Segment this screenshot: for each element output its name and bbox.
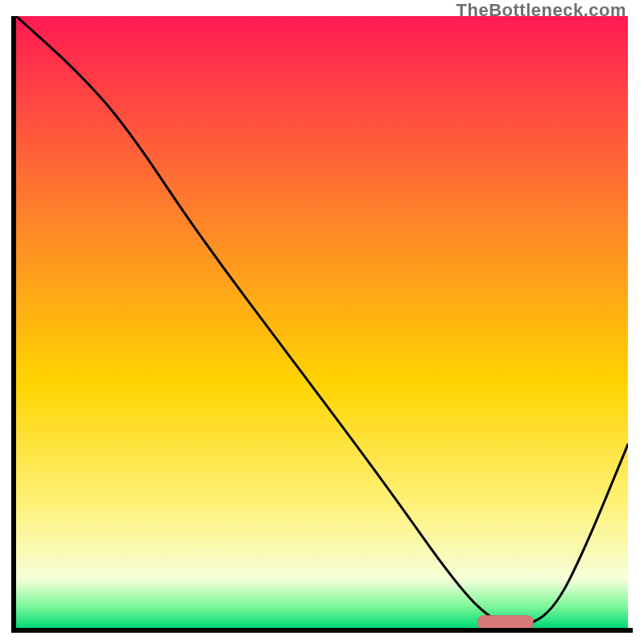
gradient-background [16,16,628,628]
optimal-range-marker [478,616,533,628]
x-axis [11,628,633,633]
chart-frame: TheBottleneck.com [0,0,644,644]
chart-svg [16,16,628,628]
plot-area [16,16,628,628]
